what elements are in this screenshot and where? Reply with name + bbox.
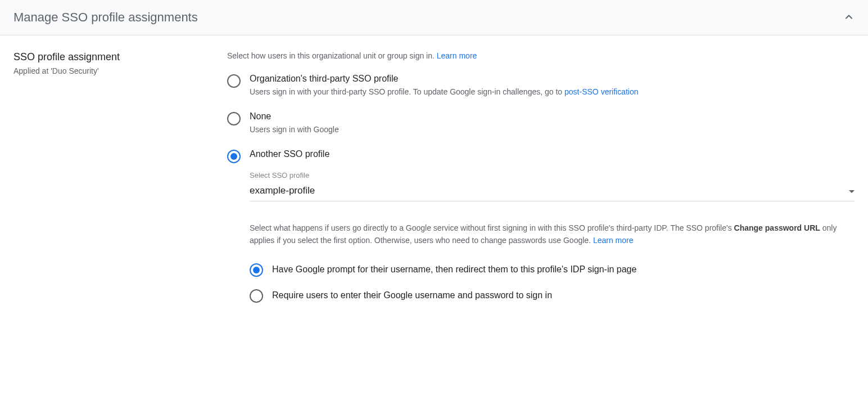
collapse-icon[interactable] <box>843 11 855 24</box>
section-title: SSO profile assignment <box>13 51 205 63</box>
option-none-desc: Users sign in with Google <box>250 124 855 136</box>
select-sso-label: Select SSO profile <box>250 171 855 179</box>
behavior-option-prompt: Have Google prompt for their username, t… <box>272 263 855 276</box>
behavior-description: Select what happens if users go directly… <box>250 222 855 247</box>
page-title: Manage SSO profile assignments <box>13 10 198 25</box>
option-another-title: Another SSO profile <box>250 149 855 159</box>
applied-at-text: Applied at 'Duo Security' <box>13 66 205 75</box>
option-none-title: None <box>250 111 855 122</box>
dropdown-icon <box>849 186 855 195</box>
radio-require-google[interactable] <box>250 289 263 303</box>
behavior-text-1: Select what happens if users go directly… <box>250 223 734 232</box>
radio-none[interactable] <box>227 112 241 125</box>
intro-text-content: Select how users in this organizational … <box>227 51 437 60</box>
behavior-option-require: Require users to enter their Google user… <box>272 289 855 302</box>
behavior-learn-more-link[interactable]: Learn more <box>593 236 634 245</box>
behavior-bold: Change password URL <box>734 223 820 232</box>
sso-profile-select[interactable]: example-profile <box>250 182 855 201</box>
option-third-party-desc-text: Users sign in with your third-party SSO … <box>250 87 564 96</box>
radio-third-party-sso[interactable] <box>227 74 241 88</box>
post-sso-verification-link[interactable]: post-SSO verification <box>564 87 639 96</box>
intro-text: Select how users in this organizational … <box>227 51 855 60</box>
learn-more-link[interactable]: Learn more <box>437 51 477 60</box>
radio-another-sso[interactable] <box>227 150 241 163</box>
radio-prompt-redirect[interactable] <box>250 263 263 277</box>
option-third-party-title: Organization's third-party SSO profile <box>250 74 855 84</box>
sso-profile-value: example-profile <box>250 185 315 196</box>
option-third-party-desc: Users sign in with your third-party SSO … <box>250 86 855 98</box>
